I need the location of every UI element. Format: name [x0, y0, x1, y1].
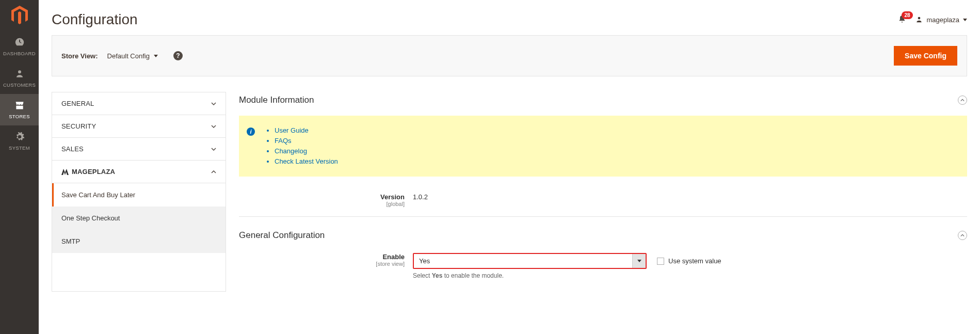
nav-section-sales[interactable]: Sales	[52, 138, 226, 161]
config-nav: General Security Sales Mageplaza	[52, 92, 226, 292]
enable-value: Yes	[414, 254, 632, 268]
version-value: 1.0.2	[413, 193, 967, 201]
page-title: Configuration	[52, 11, 898, 28]
sidebar-item-system[interactable]: System	[0, 125, 39, 157]
enable-help-text: Select Yes to enable the module.	[413, 272, 967, 279]
enable-label: Enable	[239, 253, 405, 261]
sidebar-item-dashboard[interactable]: Dashboard	[0, 31, 39, 62]
link-faqs[interactable]: FAQs	[275, 136, 338, 146]
checkbox-icon	[657, 258, 664, 265]
chevron-down-icon	[211, 124, 216, 129]
chevron-up-icon	[211, 169, 216, 174]
field-enable: Enable [store view] Yes Use system value	[239, 251, 967, 289]
svg-point-0	[18, 70, 21, 73]
caret-down-icon	[154, 55, 158, 57]
svg-point-1	[918, 17, 921, 20]
version-label: Version	[239, 193, 405, 201]
admin-sidebar: Dashboard Customers Stores System	[0, 0, 39, 334]
sidebar-label: System	[9, 145, 30, 151]
enable-select[interactable]: Yes	[413, 253, 647, 269]
nav-section-mageplaza[interactable]: Mageplaza	[52, 161, 226, 183]
sidebar-item-stores[interactable]: Stores	[0, 94, 39, 125]
field-version: Version [global] 1.0.2	[239, 191, 967, 217]
stores-icon	[14, 99, 25, 112]
chevron-down-icon	[211, 147, 216, 152]
store-view-bar: Store View: Default Config ? Save Config	[52, 35, 967, 76]
admin-user-menu[interactable]: mageplaza	[915, 15, 967, 24]
section-module-information[interactable]: Module Information	[239, 92, 967, 116]
nav-section-security[interactable]: Security	[52, 115, 226, 138]
customers-icon	[15, 68, 24, 80]
sidebar-label: Customers	[3, 82, 36, 88]
notifications-button[interactable]: 28	[898, 14, 906, 25]
gear-icon	[14, 131, 25, 143]
link-changelog[interactable]: Changelog	[275, 146, 338, 156]
select-arrow-icon	[632, 254, 646, 268]
mageplaza-icon	[61, 169, 69, 175]
main-content: Configuration 28 mageplaza Store View: D…	[39, 0, 980, 334]
store-view-select[interactable]: Default Config	[107, 52, 158, 60]
notif-badge: 28	[902, 11, 912, 19]
enable-scope: [store view]	[239, 261, 405, 267]
topbar: Configuration 28 mageplaza	[52, 0, 967, 35]
nav-section-general[interactable]: General	[52, 92, 226, 115]
version-scope: [global]	[239, 201, 405, 207]
use-system-label: Use system value	[668, 257, 721, 265]
section-general-configuration[interactable]: General Configuration	[239, 227, 967, 251]
link-user-guide[interactable]: User Guide	[275, 125, 338, 136]
nav-subitems: Save Cart And Buy Later One Step Checkou…	[52, 183, 226, 253]
link-check-latest[interactable]: Check Latest Version	[275, 156, 338, 167]
module-info-box: i User Guide FAQs Changelog Check Latest…	[239, 116, 967, 177]
collapse-icon	[958, 96, 967, 105]
help-icon[interactable]: ?	[173, 51, 183, 60]
config-panel: Module Information i User Guide FAQs Cha…	[239, 92, 967, 292]
user-icon	[915, 15, 923, 24]
info-icon: i	[247, 128, 255, 136]
store-view-label: Store View:	[61, 52, 98, 60]
sidebar-label: Stores	[9, 114, 30, 119]
save-config-button[interactable]: Save Config	[894, 46, 957, 66]
magento-logo[interactable]	[0, 0, 39, 31]
nav-subitem-osc[interactable]: One Step Checkout	[52, 206, 226, 230]
use-system-value-checkbox[interactable]: Use system value	[657, 257, 721, 265]
chevron-down-icon	[211, 101, 216, 106]
nav-subitem-save-cart[interactable]: Save Cart And Buy Later	[52, 183, 226, 206]
dashboard-icon	[14, 36, 25, 49]
sidebar-item-customers[interactable]: Customers	[0, 62, 39, 94]
collapse-icon	[958, 231, 967, 240]
caret-down-icon	[963, 19, 967, 21]
admin-user-name: mageplaza	[926, 16, 959, 24]
sidebar-label: Dashboard	[3, 51, 36, 56]
nav-subitem-smtp[interactable]: SMTP	[52, 230, 226, 253]
store-view-value: Default Config	[107, 52, 150, 60]
